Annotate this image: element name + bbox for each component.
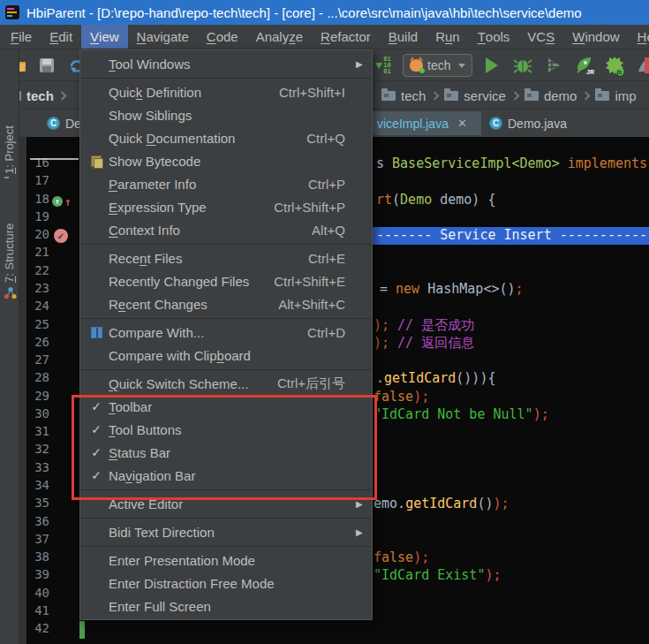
breadcrumb-root-label: tech <box>26 88 54 103</box>
breadcrumb-label: imp <box>615 88 636 103</box>
menubar-item-build[interactable]: Build <box>380 25 426 49</box>
line-number: 20 <box>23 227 49 245</box>
override-marker-icon[interactable]: ↑↑ <box>52 195 72 208</box>
menubar-item-refactor[interactable]: Refactor <box>312 25 380 49</box>
code-line: ); // 返回信息 <box>374 335 474 352</box>
breadcrumb-label: tech <box>401 88 426 103</box>
pinned-check-icon[interactable]: ✓ <box>54 229 68 243</box>
run-with-coverage-button[interactable] <box>542 53 565 78</box>
menu-item-label: Recent Files <box>109 251 308 266</box>
code-line: = new HashMap<>(); <box>380 281 524 299</box>
breadcrumb-item-imp[interactable]: imp <box>595 88 636 103</box>
breadcrumb-item-service[interactable]: service <box>444 88 506 103</box>
line-number: 28 <box>23 370 49 388</box>
chevron-right-icon <box>431 91 440 100</box>
menu-item-tool-windows[interactable]: Tool Windows▶ <box>80 52 372 75</box>
save-all-button[interactable] <box>35 53 58 78</box>
line-number: 24 <box>23 299 49 316</box>
menu-item-bidi-text-direction[interactable]: Bidi Text Direction▶ <box>80 520 372 543</box>
menubar-item-file[interactable]: File <box>2 25 41 49</box>
line-number: 40 <box>23 586 49 603</box>
menu-item-shortcut: Alt+Shift+C <box>278 297 356 312</box>
tool-window-button-7-structure[interactable]: 7: Structure <box>3 224 16 283</box>
line-number: 37 <box>23 532 49 549</box>
view-menu-popup: Tool Windows▶Quick DefinitionCtrl+Shift+… <box>79 49 373 620</box>
line-number: 42 <box>23 621 49 639</box>
line-number: 23 <box>23 281 49 299</box>
code-line: rt(Demo demo) { <box>376 192 495 209</box>
menubar-item-help[interactable]: Help <box>629 25 649 49</box>
chevron-right-icon <box>582 91 591 100</box>
menu-item-shortcut: Ctrl+Shift+I <box>279 85 356 100</box>
menu-item-parameter-info[interactable]: Parameter InfoCtrl+P <box>80 172 372 195</box>
bytecode-glyph <box>91 155 102 167</box>
jrebel-run-button[interactable]: JR <box>573 53 596 78</box>
run-configuration-selector[interactable]: tech <box>403 54 472 77</box>
breadcrumb-item-demo[interactable]: demo <box>524 88 577 103</box>
menu-item-expression-type[interactable]: Expression TypeCtrl+Shift+P <box>80 195 372 218</box>
folder-icon <box>595 91 609 101</box>
menu-bar: FileEditViewNavigateCodeAnalyzeRefactorB… <box>0 25 649 49</box>
bytecode-icon <box>84 155 109 167</box>
menu-item-show-siblings[interactable]: Show Siblings <box>80 103 372 126</box>
editor-tab-demo-java[interactable]: CDemo.java <box>481 111 580 135</box>
menu-item-enter-full-screen[interactable]: Enter Full Screen <box>80 595 372 617</box>
breadcrumb-label: service <box>464 88 506 103</box>
line-number: 32 <box>23 442 49 459</box>
line-number: 30 <box>23 406 49 424</box>
override-circle-icon: ↑ <box>52 196 63 207</box>
menu-item-context-info[interactable]: Context InfoAlt+Q <box>80 218 372 241</box>
menu-item-recent-files[interactable]: Recent FilesCtrl+E <box>80 246 372 269</box>
implement-arrow-icon: ↑ <box>64 195 72 208</box>
menu-item-quick-definition[interactable]: Quick DefinitionCtrl+Shift+I <box>80 80 372 103</box>
code-line: ------- Service Insert -----------------… <box>376 227 649 245</box>
save-icon <box>39 57 55 73</box>
menu-item-label: Quick Switch Scheme... <box>109 376 277 391</box>
menu-item-shortcut: Ctrl+Shift+E <box>274 274 356 289</box>
menu-item-label: Recent Changes <box>109 297 278 312</box>
menu-item-shortcut: Ctrl+Shift+P <box>274 200 356 215</box>
menubar-item-run[interactable]: Run <box>426 25 469 49</box>
menu-item-recent-changes[interactable]: Recent ChangesAlt+Shift+C <box>80 292 372 315</box>
menu-item-recently-changed-files[interactable]: Recently Changed FilesCtrl+Shift+E <box>80 269 372 292</box>
menu-item-enter-distraction-free-mode[interactable]: Enter Distraction Free Mode <box>80 572 372 595</box>
menu-item-enter-presentation-mode[interactable]: Enter Presentation Mode <box>80 549 372 572</box>
update-binary-button[interactable]: 011001 <box>372 53 395 78</box>
svg-text:jb: jb <box>616 69 623 76</box>
line-number: 21 <box>23 245 49 262</box>
debug-button[interactable] <box>511 53 534 78</box>
menubar-item-navigate[interactable]: Navigate <box>128 25 198 49</box>
menu-item-label: Compare With... <box>109 325 307 340</box>
menubar-item-edit[interactable]: Edit <box>41 25 81 49</box>
menu-item-show-bytecode[interactable]: Show Bytecode <box>80 149 372 172</box>
menu-item-compare-with-clipboard[interactable]: Compare with Clipboard <box>80 344 372 367</box>
menu-item-compare-with[interactable]: Compare With...Ctrl+D <box>80 321 372 344</box>
coverage-icon <box>545 57 562 74</box>
chevron-right-icon <box>57 91 66 100</box>
line-number: 27 <box>23 352 49 370</box>
run-button[interactable] <box>480 53 503 78</box>
intellij-logo-icon <box>5 5 19 19</box>
stop-button[interactable] <box>645 57 649 73</box>
folder-icon <box>524 91 539 101</box>
tab-label: Demo.java <box>508 117 567 131</box>
breadcrumb-item-tech[interactable]: tech <box>381 88 426 103</box>
menubar-item-tools[interactable]: Tools <box>469 25 519 49</box>
jrebel-debug-button[interactable]: jb <box>604 53 627 78</box>
menubar-item-window[interactable]: Window <box>563 25 628 49</box>
structure-icon <box>4 286 17 303</box>
tool-window-button-1-project[interactable]: 1: Project <box>3 125 16 174</box>
menubar-item-vcs[interactable]: VCS <box>518 25 563 49</box>
chevron-right-icon <box>510 91 519 100</box>
menu-item-quick-switch-scheme[interactable]: Quick Switch Scheme...Ctrl+后引号 <box>80 372 372 395</box>
menubar-item-code[interactable]: Code <box>198 25 247 49</box>
code-line: "IdCard Exist"); <box>374 567 502 585</box>
run-config-name: tech <box>427 58 450 72</box>
menubar-item-view[interactable]: View <box>81 25 128 49</box>
close-icon[interactable]: ✕ <box>457 117 467 130</box>
editor-tab-viceimpl-java[interactable]: viceImpl.java✕ <box>369 111 481 135</box>
menu-item-quick-documentation[interactable]: Quick DocumentationCtrl+Q <box>80 126 372 149</box>
menu-separator <box>80 515 372 520</box>
menubar-item-analyze[interactable]: Analyze <box>247 25 312 49</box>
vcs-change-marker <box>79 621 85 639</box>
